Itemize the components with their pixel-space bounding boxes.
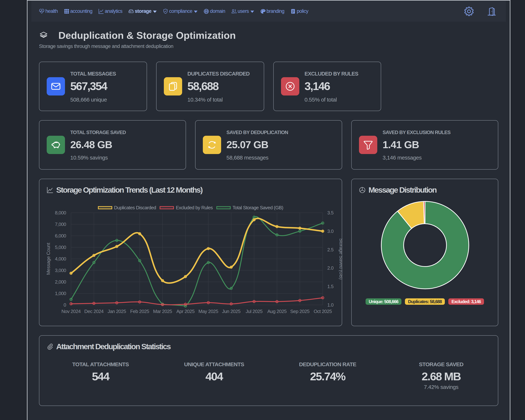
svg-text:6,000: 6,000	[55, 233, 66, 238]
trends-legend: Duplicates DiscardedExcluded by RulesTot…	[39, 205, 342, 210]
hdd-icon	[128, 9, 134, 14]
svg-text:8,000: 8,000	[55, 210, 66, 216]
caret-down-icon	[153, 11, 157, 13]
distribution-legend: Unique: 508,666Duplicates: 58,688Exclude…	[352, 298, 498, 305]
stat-card-total-storage-saved: TOTAL STORAGE SAVED26.48 GB10.59% saving…	[39, 120, 186, 170]
graph-up-icon	[98, 9, 104, 14]
x-circle-icon	[281, 77, 299, 95]
nav-item-label: accounting	[70, 9, 93, 14]
stat-text: TOTAL STORAGE SAVED26.48 GB10.59% saving…	[70, 129, 126, 160]
settings-button[interactable]	[464, 7, 474, 16]
stat-card-saved-by-exclusion-rules: SAVED BY EXCLUSION RULES1.41 GB3,146 mes…	[351, 120, 498, 170]
svg-text:Feb 2025: Feb 2025	[130, 309, 149, 314]
globe-icon	[204, 9, 209, 14]
stat-text: DUPLICATES DISCARDED58,68810.34% of tota…	[188, 70, 250, 102]
svg-text:Mar 2025: Mar 2025	[153, 309, 172, 314]
funnel-icon	[359, 136, 377, 154]
stat-label: SAVED BY EXCLUSION RULES	[383, 130, 450, 135]
attachment-stat-label: UNIQUE ATTACHMENTS	[157, 362, 271, 367]
nav-item-branding[interactable]: branding	[260, 9, 284, 14]
svg-text:Sep 2025: Sep 2025	[290, 309, 309, 314]
stat-value: 25.07 GB	[226, 140, 288, 150]
stat-label: TOTAL STORAGE SAVED	[70, 130, 126, 135]
stat-value: 567,354	[70, 81, 116, 92]
stat-text: SAVED BY DEDUPLICATION25.07 GB58,688 mes…	[226, 129, 288, 160]
stat-value: 58,688	[188, 81, 250, 92]
nav-item-analytics[interactable]: analytics	[98, 9, 122, 14]
svg-text:3,000: 3,000	[55, 268, 66, 273]
nav-item-domain[interactable]: domain	[204, 9, 225, 14]
nav-item-label: health	[45, 9, 58, 14]
stat-label: DUPLICATES DISCARDED	[188, 71, 250, 76]
nav-item-compliance[interactable]: compliance	[163, 9, 198, 14]
paperclip-icon	[47, 343, 53, 350]
svg-text:Apr 2025: Apr 2025	[176, 309, 194, 314]
svg-text:Jan 2025: Jan 2025	[108, 309, 126, 314]
svg-text:Dec 2024: Dec 2024	[84, 309, 103, 314]
envelope-icon	[47, 77, 65, 95]
attachment-stat-label: DEDUPLICATION RATE	[271, 362, 384, 367]
table-icon	[64, 9, 69, 14]
stat-label: EXCLUDED BY RULES	[305, 71, 358, 76]
svg-text:5,000: 5,000	[55, 245, 66, 250]
attachment-stat-unique-attachments: UNIQUE ATTACHMENTS404	[157, 362, 271, 390]
stat-value: 3,146	[305, 81, 358, 92]
stat-card-saved-by-deduplication: SAVED BY DEDUPLICATION25.07 GB58,688 mes…	[195, 120, 342, 170]
door-open-icon	[487, 7, 497, 16]
legend-item[interactable]: Duplicates Discarded	[98, 205, 156, 210]
nav-item-users[interactable]: users	[231, 9, 254, 14]
stat-card-excluded-by-rules: EXCLUDED BY RULES3,1460.55% of total	[273, 62, 381, 111]
caret-down-icon	[194, 11, 197, 13]
svg-text:1.5: 1.5	[327, 284, 334, 289]
distribution-badge-duplicates: Duplicates: 58,688	[405, 298, 445, 305]
copy-icon	[164, 77, 182, 95]
nav-item-policy[interactable]: policy	[290, 9, 308, 14]
svg-text:Message Count: Message Count	[46, 243, 51, 275]
attachments-stats: TOTAL ATTACHMENTS544UNIQUE ATTACHMENTS40…	[44, 362, 498, 390]
legend-item[interactable]: Total Storage Saved (GB)	[216, 205, 283, 210]
logout-button[interactable]	[487, 7, 497, 16]
nav-item-label: users	[238, 9, 249, 14]
svg-text:1,000: 1,000	[55, 291, 66, 296]
legend-swatch	[160, 206, 174, 209]
nav-menu: healthaccountinganalyticsstoragecomplian…	[39, 1, 308, 22]
page-title: Deduplication & Storage Optimization	[39, 30, 498, 41]
attachment-stat-value: 404	[157, 371, 271, 382]
stat-sub: 10.34% of total	[188, 97, 250, 102]
svg-text:2.5: 2.5	[327, 247, 334, 252]
heart-pulse-icon	[39, 9, 45, 14]
stat-sub: 508,666 unique	[70, 97, 116, 102]
page-title-text: Deduplication & Storage Optimization	[58, 30, 236, 41]
svg-text:2,000: 2,000	[55, 279, 66, 285]
stat-card-duplicates-discarded: DUPLICATES DISCARDED58,68810.34% of tota…	[156, 62, 264, 111]
legend-label: Total Storage Saved (GB)	[233, 205, 283, 210]
stats-row-storage: TOTAL STORAGE SAVED26.48 GB10.59% saving…	[39, 120, 498, 170]
trends-chart-card: Storage Optimization Trends (Last 12 Mon…	[39, 179, 342, 326]
attachment-stat-total-attachments: TOTAL ATTACHMENTS544	[44, 362, 157, 390]
legend-swatch	[216, 206, 231, 209]
stat-text: SAVED BY EXCLUSION RULES1.41 GB3,146 mes…	[383, 129, 450, 160]
page-frame: healthaccountinganalyticsstoragecomplian…	[27, 0, 510, 420]
nav-item-storage[interactable]: storage	[128, 9, 157, 14]
nav-item-health[interactable]: health	[39, 9, 58, 14]
stat-text: TOTAL MESSAGES567,354508,666 unique	[70, 70, 116, 102]
top-navbar: healthaccountinganalyticsstoragecomplian…	[31, 1, 506, 22]
nav-item-label: analytics	[105, 9, 122, 14]
attachments-card-title: Attachment Deduplication Statistics	[56, 343, 170, 350]
nav-tools	[464, 7, 497, 16]
nav-item-accounting[interactable]: accounting	[64, 9, 93, 14]
svg-text:May 2025: May 2025	[198, 309, 218, 314]
file-text-icon	[290, 9, 296, 14]
nav-item-label: storage	[135, 9, 151, 14]
stat-sub: 10.59% savings	[70, 155, 126, 160]
gear-icon	[464, 7, 474, 16]
stat-sub: 3,146 messages	[383, 155, 450, 160]
people-icon	[231, 9, 237, 14]
svg-text:Aug 2025: Aug 2025	[267, 309, 287, 314]
legend-item[interactable]: Excluded by Rules	[160, 205, 213, 210]
svg-text:2.0: 2.0	[327, 265, 334, 271]
main-content: Deduplication & Storage Optimization Sto…	[28, 30, 510, 406]
stat-value: 26.48 GB	[70, 140, 126, 150]
stack-icon	[39, 31, 48, 40]
distribution-badge-excluded: Excluded: 3,146	[448, 298, 484, 305]
